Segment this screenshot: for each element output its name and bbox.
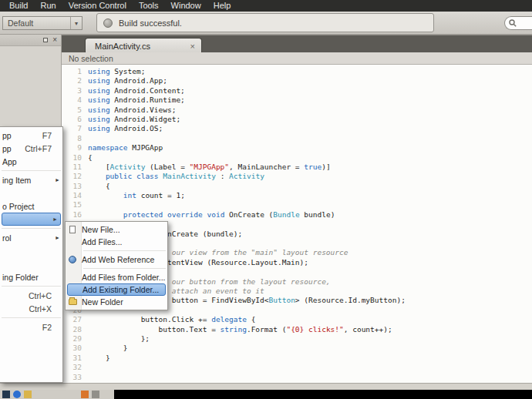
context-menu-item[interactable]: o Project — [0, 200, 62, 213]
submenu-item-new-folder[interactable]: New Folder — [66, 296, 167, 308]
context-menu-item[interactable]: ing Folder — [0, 270, 62, 283]
code-line: 31 } — [62, 354, 532, 363]
code-token: Bundle — [273, 210, 299, 219]
xamarin-studio-window: BuildRunVersion ControlToolsWindowHelp D… — [0, 0, 532, 399]
code-line: 33 — [62, 373, 532, 382]
close-icon[interactable]: × — [52, 36, 57, 44]
search-box[interactable] — [504, 16, 532, 30]
code-token — [88, 191, 123, 200]
menu-item-shortcut: Ctrl+C — [29, 291, 52, 300]
submenu-item-add-web-reference[interactable]: Add Web Reference — [66, 253, 167, 266]
menu-item-label: ing Folder — [2, 273, 39, 282]
context-menu-item[interactable]: ing Item► — [0, 173, 62, 186]
submenu-item-add-files[interactable]: Add Files... — [66, 236, 167, 248]
code-token: Activity — [110, 163, 146, 171]
line-number: 2 — [62, 76, 82, 86]
code-token: class — [136, 172, 159, 180]
chevron-down-icon[interactable]: ▾ — [70, 17, 82, 29]
code-token: using — [88, 115, 110, 123]
code-token: button.Click += — [88, 315, 211, 324]
code-token: using — [88, 96, 110, 104]
menubar-item-run[interactable]: Run — [34, 0, 62, 12]
code-token: button.Text = — [88, 325, 221, 334]
code-token: } — [88, 354, 110, 362]
code-token — [88, 210, 123, 219]
menu-separator — [2, 317, 61, 318]
code-token: "MJPGApp" — [190, 163, 229, 171]
submenu-item-add-existing-folder[interactable]: Add Existing Folder... — [67, 283, 166, 296]
code-token: public — [106, 172, 132, 180]
menu-item-shortcut: Ctrl+F7 — [25, 144, 52, 153]
context-menu-item[interactable] — [0, 347, 62, 360]
code-line: 7using Android.OS; — [62, 124, 532, 133]
menu-separator — [83, 268, 166, 269]
code-line: 4using Android.Runtime; — [62, 96, 532, 105]
context-menu-item[interactable]: ppCtrl+F7 — [0, 142, 62, 155]
app-icon-orange[interactable] — [81, 391, 89, 398]
configuration-dropdown[interactable]: Default ▾ — [2, 16, 82, 30]
start-button[interactable] — [13, 391, 21, 398]
code-token: )] — [322, 163, 330, 171]
menubar-item-help[interactable]: Help — [207, 0, 237, 12]
context-menu-item[interactable] — [0, 186, 62, 200]
context-menu-item[interactable]: F2 — [0, 320, 62, 334]
close-icon[interactable]: × — [189, 42, 197, 51]
search-input[interactable] — [517, 19, 527, 28]
context-menu-item[interactable] — [0, 257, 62, 270]
menubar-item-tools[interactable]: Tools — [133, 0, 165, 12]
taskbar-black-region — [114, 390, 532, 399]
menubar-item-build[interactable]: Build — [3, 0, 34, 12]
context-menu-item[interactable]: Ctrl+X — [0, 302, 62, 315]
search-icon — [509, 19, 517, 27]
menu-separator — [2, 286, 61, 287]
line-number: 11 — [62, 163, 82, 172]
context-menu-item[interactable]: ppF7 — [0, 129, 62, 142]
code-line: 8 — [62, 134, 532, 143]
submenu-item-new-file[interactable]: New File... — [66, 223, 167, 236]
folder-icon — [68, 297, 77, 307]
app-icon-gray[interactable] — [92, 391, 99, 398]
code-token: override — [167, 210, 203, 219]
code-token: button = FindViewById< — [167, 296, 269, 304]
code-token: delegate — [211, 315, 247, 324]
line-number: 10 — [62, 153, 82, 163]
context-menu-item[interactable]: Ctrl+C — [0, 289, 62, 302]
submenu-item-add-files-from-folder[interactable]: Add Files from Folder... — [66, 271, 167, 283]
build-status-text: Build successful. — [119, 18, 182, 28]
menu-item-icon — [68, 273, 77, 282]
menu-item-label: New File... — [82, 225, 120, 234]
breadcrumb: No selection — [62, 52, 532, 65]
code-token: }; — [88, 334, 150, 343]
menubar-item-window[interactable]: Window — [165, 0, 207, 12]
menu-item-shortcut: F7 — [42, 131, 52, 140]
line-number: 31 — [62, 354, 82, 363]
context-menu-item[interactable]: rol► — [0, 231, 62, 244]
breadcrumb-text: No selection — [69, 54, 113, 63]
line-number: 1 — [62, 67, 82, 76]
context-menu-item[interactable]: ► — [2, 213, 61, 226]
code-token: { — [88, 182, 110, 190]
code-token: protected — [123, 210, 163, 219]
menubar-item-version-control[interactable]: Version Control — [62, 0, 133, 12]
line-number: 12 — [62, 172, 82, 181]
dock-icon[interactable] — [43, 38, 48, 42]
code-token: string — [221, 325, 247, 334]
menubar: BuildRunVersion ControlToolsWindowHelp — [0, 0, 532, 12]
code-line: 15 — [62, 200, 532, 210]
context-menu-item[interactable] — [0, 244, 62, 257]
code-token: OnCreate ( — [224, 210, 273, 219]
context-menu-item[interactable]: App — [0, 155, 62, 168]
menu-item-shortcut: F2 — [42, 323, 52, 332]
tab-mainactivity[interactable]: MainActivity.cs × — [85, 38, 202, 53]
code-token: .OnCreate (bundle); — [159, 230, 243, 238]
app-icon-dark[interactable] — [2, 391, 10, 398]
line-number: 16 — [62, 210, 82, 220]
context-menu-item[interactable] — [0, 334, 62, 347]
folder-icon[interactable] — [24, 391, 32, 398]
menu-item-label: Add Files from Folder... — [82, 273, 166, 282]
line-number: 7 — [62, 124, 82, 133]
menu-item-label: New Folder — [82, 297, 123, 307]
line-number: 33 — [62, 373, 82, 382]
taskbar-icons — [0, 390, 114, 399]
line-number: 27 — [62, 315, 82, 324]
